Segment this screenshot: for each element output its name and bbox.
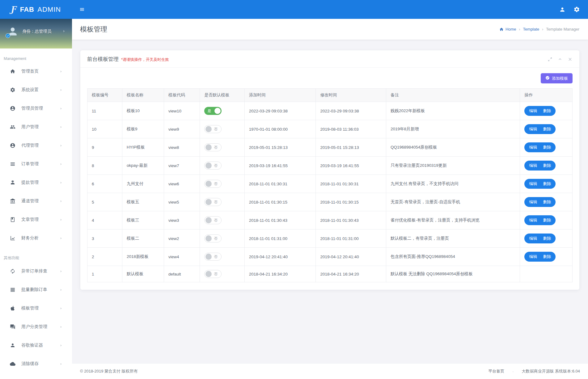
- edit-button[interactable]: 编辑: [529, 145, 537, 150]
- action-buttons: 编辑删除: [524, 179, 556, 189]
- sidebar-item-orders[interactable]: 订单管理: [0, 155, 72, 173]
- chevron-right-icon: [59, 362, 63, 366]
- delete-button[interactable]: 删除: [543, 108, 551, 114]
- google-auth-icon: [10, 343, 15, 348]
- user-icon: [559, 6, 565, 13]
- default-template-toggle[interactable]: 否: [204, 180, 222, 188]
- edit-button[interactable]: 编辑: [529, 108, 537, 114]
- edit-button[interactable]: 编辑: [529, 199, 537, 205]
- sidebar-item-dashboard[interactable]: 管理首页: [0, 62, 72, 81]
- toggle-state-label: 否: [214, 181, 218, 187]
- add-template-button[interactable]: 添加模板: [541, 73, 573, 83]
- close-icon[interactable]: [568, 57, 573, 62]
- delete-button[interactable]: 删除: [543, 236, 551, 241]
- edit-button[interactable]: 编辑: [529, 126, 537, 132]
- chevron-up-icon[interactable]: [557, 57, 563, 62]
- delete-button[interactable]: 删除: [543, 254, 551, 259]
- cell-remark: 包含所有页面-推荐QQ1968984054: [386, 248, 520, 266]
- default-template-toggle[interactable]: 否: [204, 125, 222, 133]
- footer-home-link[interactable]: 平台首页: [488, 368, 504, 374]
- cell-added: 2019-05-01 15:28:13: [244, 138, 316, 157]
- expand-icon[interactable]: [548, 57, 552, 62]
- delete-button[interactable]: 删除: [543, 181, 551, 187]
- edit-button[interactable]: 编辑: [529, 163, 537, 168]
- column-header: 模板名称: [122, 89, 164, 102]
- sidebar-user-panel[interactable]: 身份：总管理员: [0, 19, 72, 48]
- cell-code: view4: [164, 248, 200, 266]
- edit-button[interactable]: 编辑: [529, 254, 537, 259]
- breadcrumb-item-template[interactable]: Template: [523, 27, 539, 32]
- cell-name: 模板三: [122, 211, 164, 230]
- toggle-state-label: 否: [214, 236, 218, 241]
- table-row: 5模板五view5否2018-11-01 01:30:152018-11-01 …: [87, 193, 573, 211]
- edit-button[interactable]: 编辑: [529, 217, 537, 223]
- cell-default: 否: [200, 211, 244, 230]
- delete-button[interactable]: 删除: [543, 199, 551, 205]
- sidebar-item-articles[interactable]: 文章管理: [0, 210, 72, 229]
- delete-button[interactable]: 删除: [543, 163, 551, 168]
- sidebar-item-withdrawals[interactable]: 提款管理: [0, 173, 72, 192]
- expand-icon: [548, 57, 552, 62]
- cache-icon: [10, 361, 15, 367]
- sidebar-item-label: 管理首页: [21, 69, 39, 74]
- default-template-toggle[interactable]: 否: [204, 198, 222, 206]
- sidebar-item-clear-cache[interactable]: 清除缓存: [0, 355, 72, 373]
- chevron-right-icon: [59, 218, 63, 221]
- sidebar-item-admins[interactable]: 管理员管理: [0, 99, 72, 118]
- cell-remark: 无首页-有登录页，注册页-自适应手机: [386, 193, 520, 211]
- menu-icon[interactable]: [79, 7, 85, 12]
- close-icon: [568, 57, 573, 62]
- column-header: 添加时间: [244, 89, 316, 102]
- sidebar-item-batch-delete[interactable]: 批量删除订单: [0, 280, 72, 299]
- cell-id: 8: [87, 157, 122, 175]
- cell-code: view3: [164, 211, 200, 230]
- chevron-right-icon: [59, 344, 63, 347]
- sidebar-item-finance[interactable]: 财务分析: [0, 229, 72, 247]
- sidebar-item-channels[interactable]: 通道管理: [0, 192, 72, 210]
- edit-button[interactable]: 编辑: [529, 236, 537, 241]
- brand[interactable]: Ƒ FAB ADMIN: [0, 0, 72, 19]
- user-identity-label: 身份：总管理员: [22, 29, 52, 34]
- breadcrumb-item-home[interactable]: Home: [499, 27, 516, 32]
- default-template-toggle[interactable]: 否: [204, 162, 222, 170]
- cell-remark: 默认模板 无法删除 QQ1968984054原创模板: [386, 266, 520, 282]
- default-template-toggle[interactable]: 否: [204, 253, 222, 261]
- sidebar-item-users[interactable]: 用户管理: [0, 118, 72, 136]
- sidebar-item-label: 用户管理: [21, 124, 39, 130]
- default-template-toggle[interactable]: 否: [204, 234, 222, 242]
- cell-default: 否: [200, 157, 244, 175]
- cell-id: 1: [87, 266, 122, 282]
- toggle-knob: [205, 162, 212, 169]
- toggle-state-label: 否: [214, 272, 218, 277]
- sidebar-item-settings[interactable]: 系统设置: [0, 81, 72, 99]
- sidebar-item-abnormal-orders[interactable]: 异常订单排查: [0, 262, 72, 280]
- delete-button[interactable]: 删除: [543, 217, 551, 223]
- cell-id: 11: [87, 102, 122, 120]
- sidebar-item-label: 模板管理: [21, 305, 39, 311]
- sidebar-item-user-category[interactable]: 用户分类管理: [0, 318, 72, 336]
- gear-icon[interactable]: [573, 6, 580, 13]
- default-template-toggle[interactable]: 否: [204, 216, 222, 224]
- sidebar-item-templates[interactable]: 模板管理: [0, 299, 72, 318]
- table-head: 模板编号模板名称模板代码是否默认模板添加时间修改时间备注操作: [87, 89, 573, 102]
- gears-icon: [10, 87, 15, 93]
- default-template-toggle[interactable]: 是: [204, 107, 222, 115]
- delete-button[interactable]: 删除: [543, 145, 551, 150]
- cell-added: 2018-11-01 01:30:43: [244, 211, 316, 230]
- delete-button[interactable]: 删除: [543, 126, 551, 132]
- default-template-toggle[interactable]: 否: [204, 143, 222, 151]
- toggle-state-label: 否: [214, 254, 218, 259]
- default-template-toggle[interactable]: 否: [204, 270, 222, 278]
- sidebar-item-google-auth[interactable]: 谷歌验证器: [0, 336, 72, 355]
- edit-button[interactable]: 编辑: [529, 181, 537, 187]
- chevron-right-icon[interactable]: [62, 29, 66, 34]
- toggle-state-label: 否: [214, 127, 218, 132]
- chart-icon: [10, 235, 15, 241]
- sidebar-item-label: 用户分类管理: [21, 324, 47, 330]
- cell-code: view5: [164, 193, 200, 211]
- chevron-right-icon: [59, 288, 63, 292]
- cell-code: view7: [164, 157, 200, 175]
- sidebar-item-agents[interactable]: 代理管理: [0, 136, 72, 155]
- cell-code: view10: [164, 102, 200, 120]
- user-icon[interactable]: [559, 6, 565, 13]
